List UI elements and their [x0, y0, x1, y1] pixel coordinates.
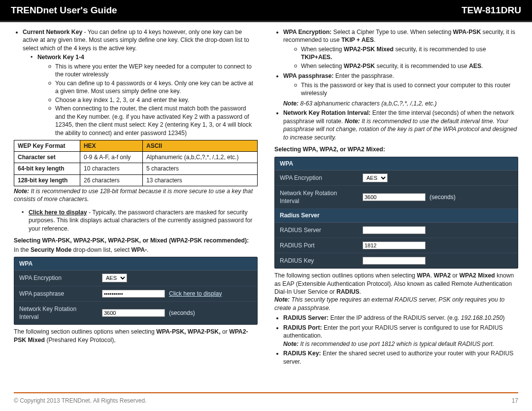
guide-title: TRENDnet User's Guide — [11, 5, 117, 16]
radius-server-row: RADIUS Server — [275, 223, 518, 238]
wpa-rot-unit-2: (seconds) — [430, 193, 456, 201]
radius-intro: The following section outlines options w… — [274, 272, 518, 296]
radius-server-item: RADIUS Server: Enter the IP address of t… — [283, 314, 518, 322]
nk-item-3: Choose a key index 1, 2, 3, or 4 and ent… — [48, 96, 258, 104]
pp-sub-list: This is the password or key that is used… — [283, 81, 518, 98]
psk-tail-text: The following section outlines options w… — [14, 328, 258, 344]
note-pre: Note: — [14, 188, 29, 195]
network-key-label: Network Key 1-4 — [37, 54, 84, 61]
wep-r1a: Character set — [14, 152, 80, 163]
page: TRENDnet User's Guide TEW-811DRU Current… — [0, 0, 532, 411]
wpa-enc-row-1: WPA Encryption AES — [14, 271, 257, 286]
table-row: 64-bit key length 10 characters 5 charac… — [14, 163, 258, 174]
wpa-mixed-header: Selecting WPA, WPA2, or WPA2 Mixed: — [274, 145, 518, 153]
radius-note: Note: This security type requires an ext… — [274, 296, 518, 312]
wpa-enc-item: WPA Encryption: Select a Cipher Type to … — [283, 28, 518, 70]
wep-h0: WEP Key Format — [14, 140, 80, 152]
radius-key-item: RADIUS Key: Enter the shared secret used… — [283, 349, 518, 366]
wpa-enc-select-1[interactable]: AES — [102, 274, 127, 282]
router-wpa-panel-1: WPA WPA Encryption AES WPA passphrase Cl… — [14, 257, 258, 325]
wep-h2: ASCII — [143, 140, 258, 152]
wpa-rot-row-2: Network Key Rotation Interval (seconds) — [275, 186, 518, 209]
nk-item-4: When connecting to the router, the clien… — [48, 104, 258, 137]
radius-key-row: RADIUS Key — [275, 253, 518, 268]
current-network-key-item: Current Network Key - You can define up … — [23, 28, 258, 137]
radius-section: Radius Server — [275, 209, 518, 222]
wpa-enc-select-2[interactable]: AES — [363, 173, 388, 182]
current-network-key-label: Current Network Key — [23, 29, 82, 35]
note-128bit: Note: It is recommended to use 128-bit f… — [14, 187, 258, 204]
table-row: 128-bit key length 26 characters 13 char… — [14, 174, 258, 186]
bullets-left-1: Current Network Key - You can define up … — [14, 28, 258, 137]
wpa-enc-row-2: WPA Encryption AES — [275, 171, 518, 186]
wep-h1: HEX — [80, 140, 142, 152]
wep-r2c: 5 characters — [143, 163, 258, 174]
page-number: 17 — [512, 397, 518, 404]
wpa-enc-label-1: WPA Encryption — [14, 271, 98, 285]
wep-r1b: 0-9 & A-F, a-f only — [80, 152, 142, 163]
left-column: Current Network Key - You can define up … — [14, 28, 258, 369]
wpa-pass-row: WPA passphrase Click here to display — [14, 286, 257, 302]
radius-bullets: RADIUS Server: Enter the IP address of t… — [274, 314, 518, 366]
table-row: WEP Key Format HEX ASCII — [14, 140, 258, 152]
radius-port-input[interactable] — [363, 241, 426, 249]
radius-port-note: Note: It is recommended to use port 1812… — [283, 340, 518, 348]
wpa-rot-row-1: Network Key Rotation Interval (seconds) — [14, 302, 257, 324]
wep-r2a: 64-bit key length — [14, 163, 80, 174]
radius-port-row: RADIUS Port — [275, 238, 518, 253]
wep-key-table: WEP Key Format HEX ASCII Character set 0… — [14, 140, 258, 186]
wpa-rot-input-2[interactable] — [363, 193, 426, 201]
click-display-list: Click here to display - Typically, the p… — [14, 208, 258, 233]
wpa-rot-label-1: Network Key Rotation Interval — [14, 302, 98, 324]
wep-r2b: 10 characters — [80, 163, 142, 174]
note-text: It is recommended to use 128-bit format … — [14, 188, 253, 203]
page-body: Current Network Key - You can define up … — [0, 22, 532, 369]
page-header: TRENDnet User's Guide TEW-811DRU — [0, 0, 532, 22]
wpa-rot-input-1[interactable] — [102, 309, 165, 317]
enc-sub-2: When selecting WPA2-PSK security, it is … — [294, 62, 518, 70]
wpa-psk-header: Selecting WPA-PSK, WPA2-PSK, WPA2-PSK, o… — [14, 237, 258, 244]
security-mode-line: In the Security Mode drop-down list, sel… — [14, 246, 258, 254]
enc-sub-1: When selecting WPA2-PSK Mixed security, … — [294, 45, 518, 62]
wpa-pass-label: WPA passphrase — [14, 286, 98, 301]
click-to-display-link[interactable]: Click here to display — [169, 290, 222, 298]
wpa-enc-label-2: WPA Encryption — [275, 171, 359, 185]
pp-note: Note: 8-63 alphanumeric characters (a,b,… — [283, 100, 518, 107]
wpa-section-2: WPA — [275, 157, 518, 171]
radius-port-item: RADIUS Port: Enter the port your RADIUS … — [283, 324, 518, 348]
wep-r3b: 26 characters — [80, 174, 142, 186]
radius-key-input[interactable] — [363, 257, 426, 265]
click-display-label: Click here to display — [29, 209, 87, 216]
nk-circle-list: This is where you enter the WEP key need… — [37, 63, 258, 137]
wep-r3c: 13 characters — [143, 174, 258, 186]
table-row: Character set 0-9 & A-F, a-f only Alphan… — [14, 152, 258, 163]
enc-sub-list: When selecting WPA2-PSK Mixed security, … — [283, 45, 518, 70]
model-number: TEW-811DRU — [462, 5, 521, 16]
radius-port-label: RADIUS Port — [275, 238, 359, 253]
radius-key-label: RADIUS Key — [275, 253, 359, 268]
nk-item-2: You can define up to 4 passwords or 4 ke… — [48, 79, 258, 96]
right-column: WPA Encryption: Select a Cipher Type to … — [274, 28, 518, 369]
wpa-pass-input[interactable] — [102, 290, 165, 298]
radius-server-input[interactable] — [363, 226, 426, 234]
wep-r1c: Alphanumeric (a,b,C,?,*, /,1,2, etc.) — [143, 152, 258, 163]
wep-r3a: 128-bit key length — [14, 174, 80, 186]
page-footer: © Copyright 2013 TRENDnet. All Rights Re… — [14, 392, 518, 404]
rotation-item: Network Key Rotation Interval: Enter the… — [283, 109, 518, 141]
click-display-item: Click here to display - Typically, the p… — [22, 208, 258, 233]
network-key-sublist: Network Key 1-4 This is where you enter … — [23, 53, 258, 137]
wpa-rot-label-2: Network Key Rotation Interval — [275, 186, 359, 208]
wpa-passphrase-item: WPA passphrase: Enter the passphrase. Th… — [283, 72, 518, 107]
bullets-right-1: WPA Encryption: Select a Cipher Type to … — [274, 28, 518, 141]
copyright: © Copyright 2013 TRENDnet. All Rights Re… — [14, 397, 146, 404]
nk-label-item: Network Key 1-4 This is where you enter … — [31, 53, 258, 137]
nk-item-1: This is where you enter the WEP key need… — [48, 63, 258, 79]
wpa-rot-unit-1: (seconds) — [169, 309, 195, 317]
radius-server-label: RADIUS Server — [275, 223, 359, 238]
wpa-section-1: WPA — [14, 257, 257, 271]
pp-sub-1: This is the password or key that is used… — [294, 81, 518, 98]
router-wpa-panel-2: WPA WPA Encryption AES Network Key Rotat… — [274, 157, 518, 269]
